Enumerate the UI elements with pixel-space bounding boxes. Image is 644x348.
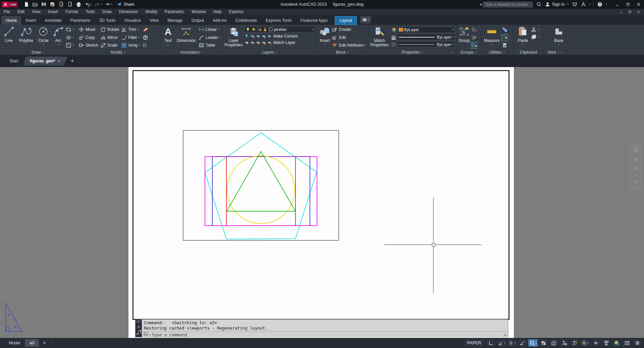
panel-label-utilities[interactable]: Utilities▾ bbox=[481, 49, 513, 55]
layer-unisolate-icon[interactable] bbox=[250, 34, 255, 38]
stretch-tool[interactable]: Stretch bbox=[78, 42, 98, 48]
ungroup-button[interactable] bbox=[471, 26, 477, 33]
st-clean-toggle[interactable] bbox=[622, 339, 632, 347]
leader-tool[interactable]: Leader▾ bbox=[199, 35, 221, 41]
ellipse-tool[interactable]: ▾ bbox=[66, 35, 74, 41]
array-tool[interactable]: Array▾ bbox=[121, 42, 140, 48]
panel-label-block[interactable]: Block▾ bbox=[317, 49, 368, 55]
rectangle-tool[interactable]: ▾ bbox=[66, 26, 74, 33]
st-autoscale-toggle[interactable] bbox=[570, 339, 579, 347]
autodesk-a-caret[interactable]: ▾ bbox=[588, 3, 592, 6]
arc-tool[interactable]: Arc ▾ bbox=[52, 26, 65, 49]
menu-file[interactable]: File bbox=[0, 9, 14, 15]
steering-wheel-icon[interactable]: 2D bbox=[633, 147, 639, 154]
ribbon-display-button[interactable]: ▾ bbox=[360, 16, 371, 23]
new-drawing-button[interactable]: + bbox=[67, 57, 77, 65]
command-dock-rail[interactable]: × bbox=[136, 320, 142, 337]
group-edit-button[interactable] bbox=[471, 35, 477, 41]
menu-view[interactable]: View bbox=[28, 9, 44, 15]
linear-tool[interactable]: Linear▾ bbox=[199, 26, 221, 33]
menu-format[interactable]: Format bbox=[62, 9, 82, 15]
cut-button[interactable]: ▾ bbox=[531, 26, 539, 33]
tab-output[interactable]: Output bbox=[187, 16, 208, 25]
pentagon[interactable] bbox=[205, 133, 317, 239]
base-view-button[interactable]: Base ▾ bbox=[551, 26, 567, 49]
create-block-button[interactable]: Create bbox=[332, 26, 366, 33]
zoom-extents-icon[interactable] bbox=[633, 165, 639, 172]
layer-freeze-icon[interactable] bbox=[256, 34, 260, 38]
dock-close-icon[interactable]: × bbox=[138, 324, 140, 329]
menu-parametric[interactable]: Parametric bbox=[161, 9, 188, 15]
tab-view[interactable]: View bbox=[145, 16, 163, 25]
group-selection-toggle[interactable] bbox=[471, 42, 477, 48]
save-button[interactable] bbox=[40, 1, 48, 7]
new-layout-button[interactable]: + bbox=[40, 340, 49, 346]
magenta-rect[interactable] bbox=[205, 157, 317, 226]
layer-turn-all-on-icon[interactable] bbox=[250, 40, 255, 45]
save-as-button[interactable] bbox=[49, 1, 56, 7]
search-expand-icon[interactable]: ▶ bbox=[480, 3, 482, 6]
tab-manage[interactable]: Manage bbox=[163, 16, 187, 25]
group-button[interactable]: Group bbox=[458, 26, 471, 49]
layer-lock-icon[interactable] bbox=[261, 34, 266, 38]
rotate-tool[interactable]: Rotate bbox=[100, 26, 119, 33]
open-folder-button[interactable] bbox=[31, 1, 39, 7]
trim-tool[interactable]: Trim▾ bbox=[121, 26, 140, 33]
panel-label-clipboard[interactable]: Clipboard bbox=[513, 49, 544, 55]
dock-grip-handle[interactable] bbox=[137, 320, 141, 323]
inscribed-circle[interactable] bbox=[227, 156, 295, 224]
tab-insert[interactable]: Insert bbox=[21, 16, 40, 25]
move-tool[interactable]: Move bbox=[78, 26, 98, 33]
tab-express-tools[interactable]: Express Tools bbox=[261, 16, 296, 25]
drawing-canvas[interactable]: YX 2D ▾ ⊖ × Command: <Switching to: a3>R… bbox=[0, 67, 644, 338]
menu-draw[interactable]: Draw bbox=[99, 9, 115, 15]
offset-tool[interactable] bbox=[143, 42, 148, 48]
panel-label-groups[interactable]: Groups▾ bbox=[457, 49, 480, 55]
st-otrack-toggle[interactable] bbox=[518, 339, 527, 347]
minimize-button[interactable] bbox=[612, 0, 623, 9]
plot-button[interactable] bbox=[75, 1, 83, 7]
st-transp-toggle[interactable] bbox=[539, 339, 548, 347]
model-tab[interactable]: Model bbox=[5, 338, 24, 348]
autocad-logo[interactable]: A CAD bbox=[2, 2, 18, 7]
redo-button[interactable]: ▾ bbox=[94, 1, 103, 7]
subobject-filter-button[interactable] bbox=[502, 35, 507, 41]
mirror-tool[interactable]: Mirror bbox=[100, 35, 119, 41]
menu-edit[interactable]: Edit bbox=[14, 9, 28, 15]
tab-home[interactable]: Home bbox=[1, 16, 21, 25]
autodesk-a-icon[interactable] bbox=[579, 2, 588, 7]
tab-parametric[interactable]: Parametric bbox=[66, 16, 95, 25]
st-polar-toggle[interactable]: ▾ bbox=[497, 339, 506, 347]
panel-label-properties[interactable]: Properties▾↘ bbox=[368, 49, 457, 55]
st-gfx-toggle[interactable] bbox=[612, 339, 621, 347]
triangle[interactable] bbox=[227, 152, 296, 211]
panel-label-modify[interactable]: Modify▾ bbox=[76, 49, 160, 55]
st-iso-toggle[interactable]: ▾ bbox=[507, 339, 517, 347]
properties-expander[interactable]: ↘ bbox=[451, 51, 454, 54]
st-menu-toggle[interactable] bbox=[633, 339, 642, 347]
copy-clip-button[interactable]: ▾ bbox=[531, 34, 539, 40]
table-tool[interactable]: Table bbox=[199, 42, 221, 48]
undo-button[interactable]: ▾ bbox=[84, 1, 93, 7]
menu-express[interactable]: Express bbox=[225, 9, 247, 15]
tab-featured-apps[interactable]: Featured Apps bbox=[296, 16, 332, 25]
layer-off-icon[interactable] bbox=[244, 40, 249, 45]
layer-thaw-all-icon[interactable] bbox=[256, 40, 260, 45]
sign-in-caret[interactable]: ▾ bbox=[566, 3, 570, 6]
tab-collaborate[interactable]: Collaborate bbox=[231, 16, 261, 25]
paste-button[interactable]: Paste ▾ bbox=[516, 26, 530, 49]
app-store-icon[interactable] bbox=[570, 2, 579, 7]
menu-dimension[interactable]: Dimension bbox=[115, 9, 142, 15]
panel-label-annotation[interactable]: Annotation▾ bbox=[161, 49, 222, 55]
doc-restore-button[interactable] bbox=[625, 9, 634, 15]
doc-minimize-button[interactable] bbox=[616, 9, 625, 15]
help-icon[interactable]: ? bbox=[595, 2, 604, 7]
explode-tool[interactable] bbox=[143, 35, 148, 41]
copy-tool[interactable]: Copy bbox=[78, 35, 98, 41]
panel-label-draw[interactable]: Draw▾ bbox=[0, 49, 75, 55]
tab-visualize[interactable]: Visualize bbox=[120, 16, 146, 25]
menu-tools[interactable]: Tools bbox=[82, 9, 99, 15]
command-expand-icon[interactable]: ▴ bbox=[504, 333, 506, 336]
layer-dropdown[interactable]: janelas ▾ bbox=[244, 26, 315, 33]
start-tab[interactable]: Start bbox=[5, 57, 23, 66]
